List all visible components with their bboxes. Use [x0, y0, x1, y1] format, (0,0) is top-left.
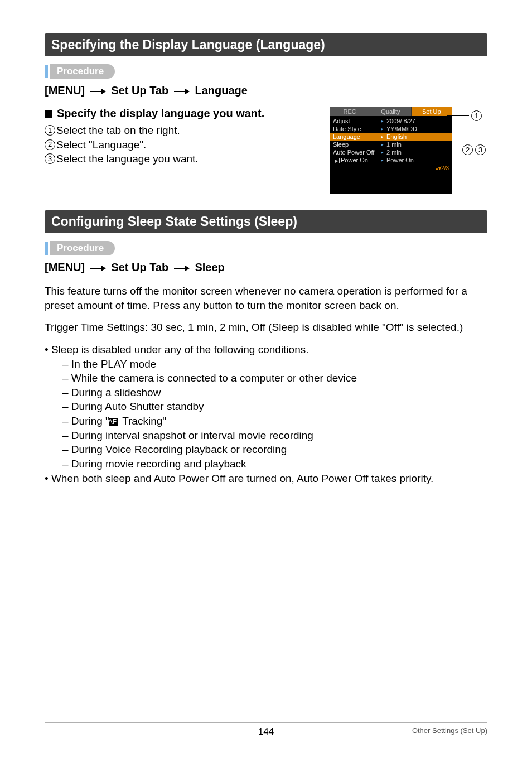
svg-marker-7: [185, 266, 190, 271]
procedure-badge: Procedure: [45, 241, 487, 255]
section-title-sleep: Configuring Sleep State Settings (Sleep): [45, 210, 487, 233]
sub-bullet-item: During Auto Shutter standby: [45, 399, 487, 414]
square-bullet-icon: [45, 110, 52, 118]
step-num-1: 1: [45, 125, 55, 136]
step-num-3: 3: [45, 153, 55, 164]
callout-2-3: 2 3: [447, 144, 486, 155]
row-adjust: Adjust▸2009/ 8/27: [330, 117, 452, 125]
steps-list: 1Select the tab on the right. 2Select "L…: [45, 123, 330, 166]
sub-bullet-item: During movie recording and playback: [45, 457, 487, 471]
camera-screenshot: REC Quality Set Up Adjust▸2009/ 8/27 Dat…: [330, 107, 487, 205]
arrow-icon: [174, 88, 190, 95]
row-power-on: Power On▸Power On: [330, 156, 452, 164]
row-auto-power-off: Auto Power Off▸2 min: [330, 148, 452, 156]
tab-quality: Quality: [370, 107, 411, 116]
section-title-language: Specifying the Display Language (Languag…: [45, 33, 487, 56]
row-date-style: Date Style▸YY/MM/DD: [330, 125, 452, 133]
play-icon: [333, 158, 340, 163]
page-number: 144: [45, 726, 487, 737]
bullet-item: Sleep is disabled under any of the follo…: [45, 343, 487, 357]
paragraph: Trigger Time Settings: 30 sec, 1 min, 2 …: [45, 320, 487, 335]
procedure-label: Procedure: [50, 241, 115, 255]
paragraph: This feature turns off the monitor scree…: [45, 284, 487, 312]
row-language: Language▸English: [330, 133, 452, 141]
menu-path-sleep: [MENU] Set Up Tab Sleep: [45, 261, 487, 274]
bullet-list: Sleep is disabled under any of the follo…: [45, 343, 487, 485]
sub-bullet-item: During "▣AF Tracking": [45, 414, 487, 428]
sub-bullet-item: During interval snapshot or interval mov…: [45, 428, 487, 443]
procedure-badge: Procedure: [45, 64, 487, 79]
row-sleep: Sleep▸1 min: [330, 141, 452, 148]
svg-marker-5: [101, 266, 106, 271]
page-footer: 144 Other Settings (Set Up): [45, 722, 487, 735]
tab-rec: REC: [330, 107, 370, 116]
arrow-icon: [90, 265, 106, 272]
callout-1: 1: [447, 110, 482, 121]
bullet-item: When both sleep and Auto Power Off are t…: [45, 471, 487, 486]
procedure-label: Procedure: [50, 64, 115, 79]
svg-marker-3: [185, 89, 190, 94]
sub-bullet-item: During a slideshow: [45, 385, 487, 400]
arrow-icon: [174, 265, 190, 272]
sub-bullet-item: In the PLAY mode: [45, 357, 487, 372]
arrow-icon: [90, 88, 106, 95]
af-tracking-icon: ▣AF: [109, 418, 118, 426]
subheading: Specify the display language you want.: [45, 107, 330, 120]
svg-marker-1: [101, 89, 106, 94]
pager: ▴▾2/3: [330, 165, 452, 172]
sub-bullet-item: While the camera is connected to a compu…: [45, 371, 487, 385]
sub-bullet-item: During Voice Recording playback or recor…: [45, 442, 487, 457]
tab-setup: Set Up: [412, 107, 452, 116]
step-num-2: 2: [45, 139, 55, 150]
menu-path-language: [MENU] Set Up Tab Language: [45, 84, 487, 97]
